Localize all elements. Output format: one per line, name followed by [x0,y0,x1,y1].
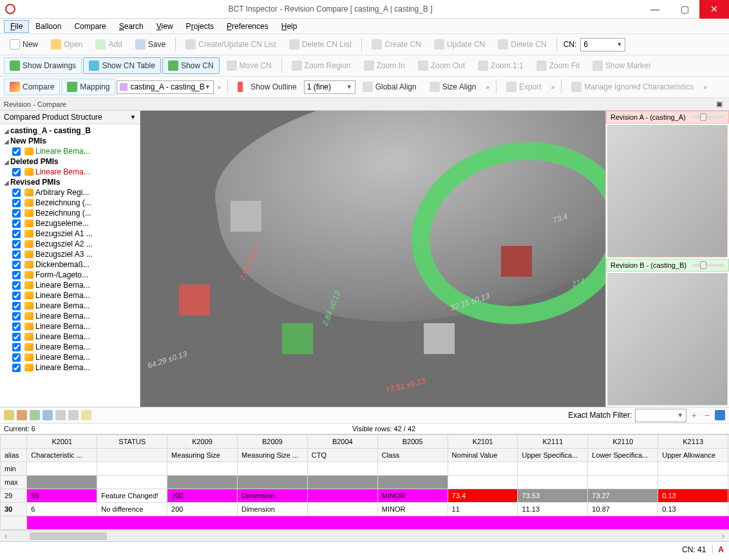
show-cn-button[interactable]: Show CN [162,57,220,74]
tree-item[interactable]: Lineare Bema... [0,311,140,321]
tree-item[interactable]: Bezeichnung (... [0,198,140,208]
new-button[interactable]: New [4,36,44,53]
zoom-region-button[interactable]: Zoom Region [286,57,357,74]
tree-group-revised[interactable]: Revised PMIs [10,178,60,187]
h-scrollbar[interactable]: ‹› [0,530,729,541]
tree-item[interactable]: Lineare Bema... [0,290,140,301]
tree-item[interactable]: Arbitrary Regi... [0,187,140,198]
tree-checkbox[interactable] [12,302,21,310]
menu-compare[interactable]: Compare [68,20,112,33]
tree-checkbox[interactable] [12,209,21,218]
zoom-fit-button[interactable]: Zoom Fit [531,57,585,74]
tree-item[interactable]: Lineare Bema... [0,321,140,331]
tree-item[interactable]: Form-/Lageto... [0,270,140,280]
chevron-icon[interactable]: » [549,84,558,91]
refresh-icon[interactable] [68,410,79,420]
tree-checkbox[interactable] [12,261,21,269]
filter-icon[interactable] [4,410,14,420]
menu-help[interactable]: Help [275,20,304,33]
create-cn-list-button[interactable]: Create/Update CN List [180,36,282,53]
update-cn-button[interactable]: Update CN [428,36,491,53]
menu-file[interactable]: File [4,20,29,33]
show-drawings-button[interactable]: Show Drawings [4,57,82,74]
marker-gray[interactable] [424,323,455,354]
open-button[interactable]: Open [45,36,88,53]
compare-button[interactable]: Compare [4,79,60,95]
save-button[interactable]: Save [129,36,171,53]
thumb-image-a[interactable] [607,125,728,257]
tree-item[interactable]: Lineare Bema... [0,342,140,352]
plus-button[interactable]: + [689,410,699,420]
tree-checkbox[interactable] [12,292,21,300]
tree-item[interactable]: Lineare Bema... [0,280,140,290]
tool-icon[interactable] [55,410,66,420]
tree-item[interactable]: Lineare Bema... [0,301,140,311]
show-cn-table-button[interactable]: Show CN Table [83,57,161,74]
tree-item[interactable]: Lineare Bema... [0,331,140,342]
tree-checkbox[interactable] [12,199,21,207]
tree-checkbox[interactable] [12,219,21,228]
menu-projects[interactable]: Projects [180,20,220,33]
fine-select[interactable]: 1 (fine)▼ [304,80,355,94]
collapse-button[interactable] [715,410,725,420]
row-29[interactable]: 29 59 Feature Changed! 200 Dimension MIN… [1,489,730,503]
marker-green[interactable] [282,323,313,354]
export-button[interactable]: Export [500,79,547,95]
tree-checkbox[interactable] [12,271,21,279]
columns-icon[interactable] [43,410,53,420]
star-icon[interactable] [81,410,91,420]
tree-checkbox[interactable] [12,240,21,248]
delete-cn-button[interactable]: Delete CN [492,36,552,53]
add-button[interactable]: Add [90,36,128,53]
tree-item[interactable]: Dickenbemaß... [0,259,140,270]
create-cn-button[interactable]: Create CN [366,36,427,53]
menu-balloon[interactable]: Balloon [29,20,68,33]
tree-checkbox[interactable] [12,364,21,372]
tree-item[interactable]: Bezugseleme... [0,218,140,229]
tree-checkbox[interactable] [12,343,21,351]
zoom-11-button[interactable]: Zoom 1:1 [472,57,529,74]
slider-a[interactable] [692,116,724,118]
tree-item[interactable]: Lineare Bema... [0,167,140,177]
tree-checkbox[interactable] [12,353,21,362]
export-icon[interactable] [30,410,40,420]
tree-checkbox[interactable] [12,312,21,321]
tree[interactable]: ◢casting_A - casting_B ◢New PMIs Lineare… [0,124,140,407]
tree-checkbox[interactable] [12,250,21,259]
cn-select[interactable]: 6▼ [580,38,625,51]
tree-item[interactable]: Lineare Bema... [0,352,140,362]
move-cn-button[interactable]: Move CN [221,57,278,74]
row-30[interactable]: 30 6 No difference 200 Dimension MINOR 1… [1,503,730,516]
show-marker-button[interactable]: Show Marker [587,57,657,74]
chevron-icon[interactable]: » [483,84,492,91]
menu-preferences[interactable]: Preferences [220,20,275,33]
chevron-down-icon[interactable]: ▼ [130,114,136,120]
manage-ignored-button[interactable]: Manage Ignored Characteristics [565,79,699,95]
slider-b[interactable] [692,264,724,266]
tree-checkbox[interactable] [12,147,21,156]
chevron-icon[interactable]: » [215,84,224,91]
zoom-in-button[interactable]: Zoom In [358,57,411,74]
show-outline-button[interactable]: Show Outline [232,79,302,95]
panel-float-icon[interactable]: ▣ [714,100,725,108]
mapping-button[interactable]: Mapping [61,79,115,95]
tree-group-new[interactable]: New PMIs [10,136,46,145]
tree-item[interactable]: Bezugsziel A3 ... [0,249,140,259]
tree-item[interactable]: Lineare Bema... [0,146,140,156]
delete-cn-list-button[interactable]: Delete CN List [283,36,357,53]
maximize-button[interactable]: ▢ [670,0,699,19]
filter2-icon[interactable] [17,410,27,420]
viewport[interactable]: 7.58 ±0.13 2.84 ±0.13 64.29 ±0.13 32.15 … [140,111,605,407]
grid[interactable]: K2001STATUSK2009B2009B2004B2005K2101K211… [0,434,729,530]
tree-checkbox[interactable] [12,281,21,290]
tree-root[interactable]: casting_A - casting_B [10,126,91,135]
marker-dark-red[interactable] [501,246,532,277]
tree-item[interactable]: Lineare Bema... [0,362,140,373]
pair-select[interactable]: casting_A - casting_B▼ [117,80,213,94]
tree-item[interactable]: Bezugsziel A1 ... [0,229,140,239]
minimize-button[interactable]: — [640,0,670,19]
chevron-icon[interactable]: » [701,84,710,91]
size-align-button[interactable]: Size Align [424,79,482,95]
menu-search[interactable]: Search [113,20,150,33]
minus-button[interactable]: − [702,410,712,420]
